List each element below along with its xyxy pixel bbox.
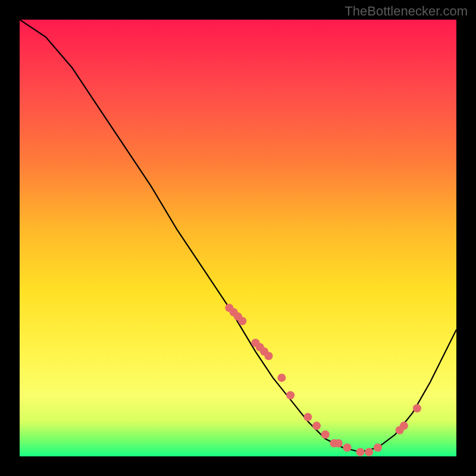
scatter-point bbox=[321, 430, 330, 439]
scatter-point bbox=[334, 439, 343, 447]
scatter-point bbox=[365, 448, 373, 456]
scatter-point bbox=[356, 448, 365, 456]
chart-svg bbox=[20, 20, 456, 456]
scatter-point bbox=[277, 374, 286, 382]
scatter-point bbox=[238, 317, 246, 325]
watermark-text: TheBottlenecker.com bbox=[345, 4, 468, 19]
scatter-points bbox=[225, 303, 421, 456]
scatter-point bbox=[312, 422, 321, 430]
scatter-point bbox=[374, 443, 382, 452]
scatter-point bbox=[343, 443, 352, 452]
curve-line bbox=[20, 20, 456, 452]
scatter-point bbox=[400, 422, 408, 430]
scatter-point bbox=[286, 391, 295, 399]
chart-plot-area bbox=[20, 20, 456, 456]
scatter-point bbox=[264, 352, 273, 360]
scatter-point bbox=[413, 404, 421, 412]
scatter-point bbox=[303, 413, 312, 421]
